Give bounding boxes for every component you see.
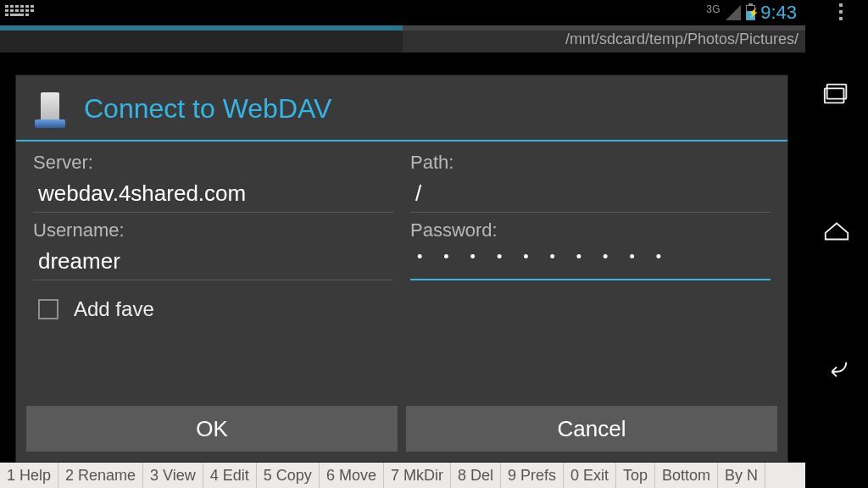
add-fave-label: Add fave bbox=[74, 297, 154, 321]
path-label: Path: bbox=[410, 147, 771, 174]
clock: 9:43 bbox=[760, 2, 797, 24]
home-button[interactable] bbox=[821, 216, 852, 247]
ok-button[interactable]: OK bbox=[26, 406, 398, 452]
recent-apps-button[interactable] bbox=[821, 79, 852, 109]
password-input[interactable]: • • • • • • • • • • bbox=[410, 243, 771, 280]
function-keys-bar: 1 Help 2 Rename 3 View 4 Edit 5 Copy 6 M… bbox=[0, 463, 805, 488]
tab-right[interactable]: /mnt/sdcard/temp/Photos/Pictures/ bbox=[403, 25, 805, 53]
signal-icon bbox=[726, 5, 741, 20]
cancel-button[interactable]: Cancel bbox=[406, 406, 777, 452]
fn-rename[interactable]: 2 Rename bbox=[58, 463, 143, 488]
path-input[interactable] bbox=[410, 175, 771, 213]
status-bar: 3G ⚡ 9:43 bbox=[0, 0, 805, 25]
server-label: Server: bbox=[33, 147, 393, 174]
tab-left[interactable] bbox=[0, 25, 403, 53]
network-3g-label: 3G bbox=[706, 3, 721, 15]
username-input[interactable] bbox=[33, 243, 393, 280]
fn-move[interactable]: 6 Move bbox=[320, 463, 384, 488]
keyboard-icon bbox=[5, 5, 36, 20]
connect-webdav-dialog: Connect to WebDAV Server: Path: Username… bbox=[15, 75, 788, 463]
fn-top[interactable]: Top bbox=[616, 463, 655, 488]
tab-right-path: /mnt/sdcard/temp/Photos/Pictures/ bbox=[565, 30, 798, 48]
path-tabbar: /mnt/sdcard/temp/Photos/Pictures/ bbox=[0, 25, 805, 53]
fn-exit[interactable]: 0 Exit bbox=[564, 463, 616, 488]
fn-mkdir[interactable]: 7 MkDir bbox=[384, 463, 451, 488]
fn-del[interactable]: 8 Del bbox=[451, 463, 501, 488]
system-nav-rail bbox=[805, 0, 868, 488]
fn-help[interactable]: 1 Help bbox=[0, 463, 58, 488]
fn-view[interactable]: 3 View bbox=[143, 463, 203, 488]
fn-copy[interactable]: 5 Copy bbox=[257, 463, 320, 488]
username-label: Username: bbox=[33, 214, 393, 241]
password-label: Password: bbox=[410, 214, 771, 241]
battery-icon: ⚡ bbox=[746, 5, 755, 20]
fn-by-name[interactable]: By N bbox=[718, 463, 765, 488]
dialog-title: Connect to WebDAV bbox=[84, 93, 331, 125]
fn-prefs[interactable]: 9 Prefs bbox=[501, 463, 564, 488]
server-input[interactable] bbox=[33, 175, 393, 213]
server-icon bbox=[33, 89, 69, 128]
back-button[interactable] bbox=[821, 353, 852, 384]
add-fave-checkbox[interactable] bbox=[38, 299, 58, 319]
overflow-menu-icon[interactable] bbox=[839, 3, 843, 20]
fn-bottom[interactable]: Bottom bbox=[655, 463, 718, 488]
fn-edit[interactable]: 4 Edit bbox=[203, 463, 257, 488]
